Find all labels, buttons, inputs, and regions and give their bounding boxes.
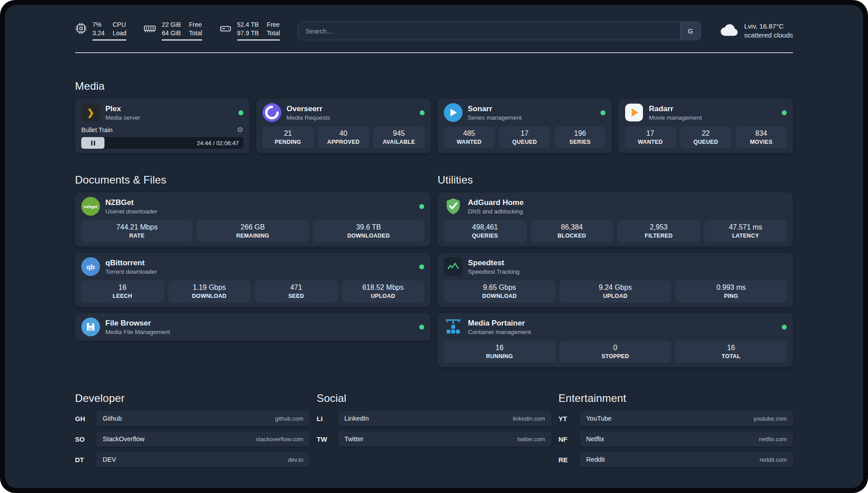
stat-box: 498,461 QUERIES xyxy=(444,220,526,242)
bookmark-youtube: YT YouTube youtube.com xyxy=(559,411,793,426)
search-provider-button[interactable]: G xyxy=(680,22,701,40)
memory-label-top: Free xyxy=(189,21,202,29)
app-card-radarr[interactable]: Radarr Movie management 17 WANTED 22 QUE… xyxy=(618,99,793,153)
bookmark-link[interactable]: LinkedIn linkedin.com xyxy=(338,411,551,426)
weather-condition: scattered clouds xyxy=(744,31,793,40)
bookmark-link[interactable]: StackOverflow stackoverflow.com xyxy=(96,431,309,447)
bookmark-link[interactable]: Github github.com xyxy=(96,411,309,426)
playback-progress-bar[interactable]: 24:44 / 02:06:47 xyxy=(81,137,243,149)
now-playing-widget: Bullet Train ⚙ 24:44 / 02:06:47 xyxy=(81,125,243,149)
stat-box: 16 TOTAL xyxy=(676,341,787,363)
app-card-portainer[interactable]: Media Portainer Container management 16 … xyxy=(438,313,793,367)
stat-box: 47.571 ms LATENCY xyxy=(705,220,787,242)
app-card-adguard[interactable]: AdGuard Home DNS and adblocking 498,461 … xyxy=(438,192,793,246)
memory-icon xyxy=(143,22,156,37)
app-card-qbittorrent[interactable]: qb qBittorrent Torrent downloader 16 LEE… xyxy=(75,253,430,307)
stat-box: 0 STOPPED xyxy=(559,341,671,363)
stat-box: 9.65 Gbps DOWNLOAD xyxy=(444,280,555,302)
bookmarks-entertainment: Entertainment YT YouTube youtube.com NF … xyxy=(559,392,793,467)
stat-box: 1.19 Gbps DOWNLOAD xyxy=(168,280,251,302)
weather-location: Lviv, 16.87°C xyxy=(744,22,793,31)
app-card-sonarr[interactable]: Sonarr Series management 485 WANTED 17 Q… xyxy=(438,99,612,153)
stat-box: 945 AVAILABLE xyxy=(373,126,424,148)
bookmark-dev: DT DEV dev.to xyxy=(75,452,309,467)
status-indicator xyxy=(419,264,424,269)
topbar: 7% CPU 3.24 Load 22 GiB Free 6 xyxy=(75,21,793,41)
app-name: Speedtest xyxy=(468,259,520,267)
bookmark-netflix: NF Netflix netflix.com xyxy=(559,431,793,447)
disk-usage-bar xyxy=(237,39,280,41)
app-name: Media Portainer xyxy=(468,319,531,328)
stat-box: 21 PENDING xyxy=(263,126,313,148)
bookmark-link[interactable]: Netflix netflix.com xyxy=(580,431,793,447)
app-subtitle: DNS and adblocking xyxy=(468,208,524,215)
app-subtitle: Media File Management xyxy=(105,329,170,335)
bookmark-link[interactable]: DEV dev.to xyxy=(96,452,309,467)
stat-box: 9.24 Gbps UPLOAD xyxy=(559,280,671,302)
bookmark-abbr: GH xyxy=(75,415,96,422)
app-card-nzbget[interactable]: nzbget NZBGet Usenet downloader 744.21 M… xyxy=(75,192,430,246)
bookmark-abbr: RE xyxy=(559,456,580,464)
cpu-widget: 7% CPU 3.24 Load xyxy=(75,21,126,41)
nzbget-icon: nzbget xyxy=(81,197,100,216)
app-subtitle: Movie management xyxy=(649,114,702,121)
stat-box: 17 QUEUED xyxy=(499,126,550,148)
stat-box: 834 MOVIES xyxy=(736,126,787,148)
portainer-icon xyxy=(444,318,463,336)
memory-usage-bar xyxy=(162,39,202,41)
status-indicator xyxy=(782,110,787,115)
settings-gear-icon[interactable]: ⚙ xyxy=(237,125,243,134)
now-playing-title: Bullet Train xyxy=(81,126,113,134)
stat-box: 471 SEED xyxy=(255,280,338,302)
bookmark-link[interactable]: YouTube youtube.com xyxy=(580,411,793,426)
stat-box: 196 SERIES xyxy=(555,126,605,148)
memory-widget: 22 GiB Free 64 GiB Total xyxy=(143,21,202,41)
weather-cloud-icon xyxy=(720,23,739,38)
memory-free-value: 22 GiB xyxy=(162,21,181,29)
bookmark-abbr: LI xyxy=(317,415,338,422)
developer-section-title: Developer xyxy=(75,392,309,405)
pause-button[interactable] xyxy=(81,137,104,149)
radarr-icon xyxy=(625,103,643,122)
stat-box: 485 WANTED xyxy=(444,126,495,148)
adguard-icon xyxy=(444,197,463,216)
disk-label-top: Free xyxy=(267,21,280,29)
overseerr-icon xyxy=(263,103,281,122)
bookmark-abbr: DT xyxy=(75,456,96,464)
status-indicator xyxy=(238,110,243,115)
section-media: Media ❯ Plex Media server Bullet Train ⚙ xyxy=(75,80,793,153)
app-card-speedtest[interactable]: Speedtest Speedtest Tracking 9.65 Gbps D… xyxy=(438,253,793,307)
app-subtitle: Media Requests xyxy=(287,114,330,121)
bookmark-link[interactable]: Twitter twitter.com xyxy=(338,431,551,447)
cpu-label-top: CPU xyxy=(113,21,126,29)
cpu-usage-value: 7% xyxy=(92,21,104,29)
bookmark-abbr: NF xyxy=(559,435,580,443)
dashboard-app: 7% CPU 3.24 Load 22 GiB Free 6 xyxy=(5,5,863,488)
bookmarks-developer: Developer GH Github github.com SO StackO… xyxy=(75,392,309,467)
section-utilities: Utilities AdGuard Home DNS and a xyxy=(438,174,793,367)
app-subtitle: Series management xyxy=(468,114,522,121)
status-indicator xyxy=(419,325,424,330)
app-name: Sonarr xyxy=(468,104,522,113)
bookmark-abbr: YT xyxy=(559,415,580,422)
search-input[interactable] xyxy=(298,21,701,40)
app-subtitle: Speedtest Tracking xyxy=(468,268,520,275)
disk-widget: 52.4 TB Free 97.9 TB Total xyxy=(219,21,280,41)
app-name: NZBGet xyxy=(105,198,157,207)
resource-widgets: 7% CPU 3.24 Load 22 GiB Free 6 xyxy=(75,21,280,41)
app-card-filebrowser[interactable]: File Browser Media File Management xyxy=(75,313,430,341)
status-indicator xyxy=(419,204,424,209)
app-subtitle: Torrent downloader xyxy=(105,268,157,275)
stat-box: 40 APPROVED xyxy=(318,126,369,148)
app-name: Radarr xyxy=(649,104,702,113)
status-indicator xyxy=(601,110,605,115)
stat-box: 2,953 FILTERED xyxy=(618,220,700,242)
stat-box: 618.52 Mbps UPLOAD xyxy=(342,280,425,302)
bookmark-link[interactable]: Reddit reddit.com xyxy=(580,452,793,467)
app-card-overseerr[interactable]: Overseerr Media Requests 21 PENDING 40 A… xyxy=(256,99,431,153)
status-indicator xyxy=(782,325,787,330)
memory-label-bottom: Total xyxy=(189,29,202,38)
app-card-plex[interactable]: ❯ Plex Media server Bullet Train ⚙ 24:44… xyxy=(75,99,250,153)
bookmark-linkedin: LI LinkedIn linkedin.com xyxy=(317,411,551,426)
speedtest-icon xyxy=(444,257,463,276)
